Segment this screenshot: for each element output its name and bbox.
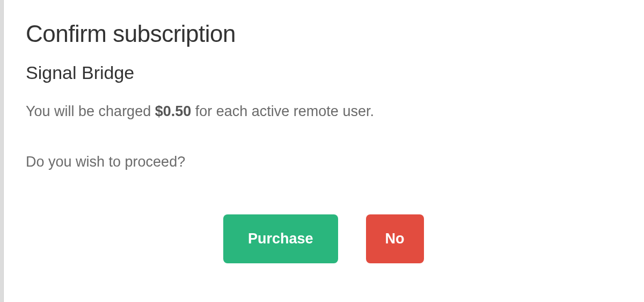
- charge-price: $0.50: [155, 103, 192, 119]
- purchase-button[interactable]: Purchase: [223, 214, 338, 263]
- dialog-actions: Purchase No: [223, 214, 620, 263]
- charge-description: You will be charged $0.50 for each activ…: [26, 102, 620, 122]
- product-name: Signal Bridge: [26, 62, 620, 83]
- no-button[interactable]: No: [366, 214, 424, 263]
- charge-text-after: for each active remote user.: [191, 103, 374, 119]
- charge-text-before: You will be charged: [26, 103, 155, 119]
- proceed-prompt: Do you wish to proceed?: [26, 152, 620, 172]
- confirm-subscription-dialog: Confirm subscription Signal Bridge You w…: [0, 0, 644, 263]
- dialog-left-edge: [0, 0, 4, 302]
- dialog-title: Confirm subscription: [26, 20, 620, 47]
